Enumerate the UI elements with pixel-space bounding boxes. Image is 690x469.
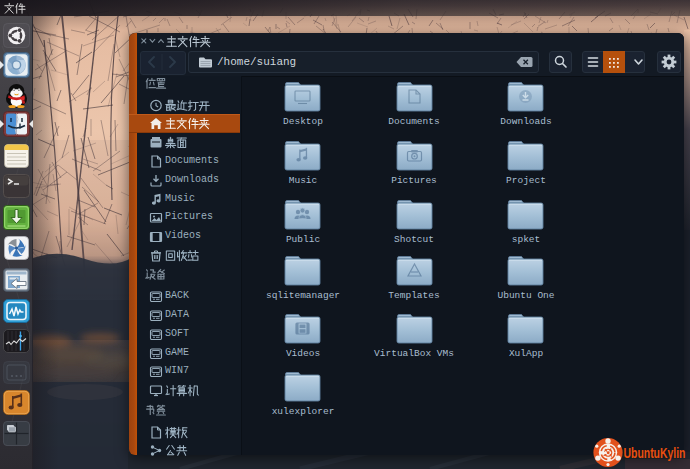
svg-text:UbuntuKylin: UbuntuKylin xyxy=(624,445,686,461)
